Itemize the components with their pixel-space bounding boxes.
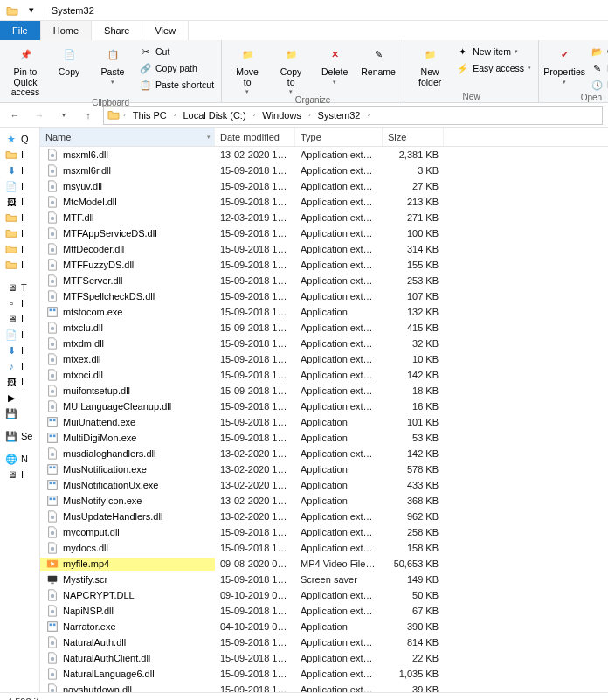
pin-to-quick-access-button[interactable]: 📌 Pin to Quick access xyxy=(5,42,45,98)
paste-shortcut-button[interactable]: 📋Paste shortcut xyxy=(136,77,216,93)
chevron-right-icon[interactable]: › xyxy=(172,111,178,119)
file-row[interactable]: mtxdm.dll15-09-2018 12:58 ...Application… xyxy=(40,336,608,351)
forward-button[interactable]: → xyxy=(30,106,49,125)
sidebar-item[interactable]: ⬇I xyxy=(0,343,39,358)
breadcrumb-seg[interactable]: Local Disk (C:) xyxy=(179,110,249,121)
paste-button[interactable]: 📋 Paste▾ xyxy=(93,42,133,85)
back-button[interactable]: ← xyxy=(5,106,24,125)
sidebar-item[interactable]: ▫I xyxy=(0,295,39,311)
file-row[interactable]: muifontsetup.dll15-09-2018 12:58 ...Appl… xyxy=(40,383,608,399)
file-row[interactable]: MusNotificationUx.exe13-02-2020 10:28 ..… xyxy=(40,477,608,493)
sidebar-item[interactable]: 🖥I xyxy=(0,311,39,327)
file-row[interactable]: Narrator.exe04-10-2019 09:29 ...Applicat… xyxy=(40,619,608,634)
sidebar-item[interactable]: ♪I xyxy=(0,358,39,374)
new-folder-button[interactable]: 📁New folder xyxy=(410,42,450,87)
file-row[interactable]: mycomput.dll15-09-2018 12:59 ...Applicat… xyxy=(40,524,608,540)
tab-view[interactable]: View xyxy=(142,21,189,40)
column-header-size[interactable]: Size xyxy=(383,128,444,146)
chevron-right-icon[interactable]: › xyxy=(121,111,128,119)
file-row[interactable]: MusNotification.exe13-02-2020 10:28 ...A… xyxy=(40,461,608,477)
file-row[interactable]: MtcModel.dll15-09-2018 12:58 ...Applicat… xyxy=(40,194,608,210)
file-row[interactable]: mtstocom.exe15-09-2018 12:58 ...Applicat… xyxy=(40,304,608,320)
file-row[interactable]: NaturalAuthClient.dll15-09-2018 12:58 ..… xyxy=(40,650,608,666)
column-header-name[interactable]: Name▾ xyxy=(40,128,215,146)
svg-rect-12 xyxy=(52,309,55,312)
copy-button[interactable]: 📄 Copy xyxy=(49,42,89,78)
sidebar-item[interactable]: ⬇I xyxy=(0,163,39,178)
sidebar-item[interactable]: 📄I xyxy=(0,327,39,343)
delete-button[interactable]: ✕Delete▾ xyxy=(314,42,355,85)
edit-button[interactable]: ✎Edit xyxy=(588,60,608,76)
file-row[interactable]: MtfDecoder.dll15-09-2018 12:58 ...Applic… xyxy=(40,241,608,257)
file-row[interactable]: MTFFuzzyDS.dll15-09-2018 12:58 ...Applic… xyxy=(40,257,608,273)
breadcrumb-seg[interactable]: This PC xyxy=(129,110,170,121)
chevron-right-icon[interactable]: › xyxy=(252,111,258,119)
sidebar-item[interactable]: ▶ xyxy=(0,390,39,405)
file-row[interactable]: MusNotifyIcon.exe13-02-2020 10:28 ...App… xyxy=(40,493,608,509)
sidebar-item[interactable]: 🌐N xyxy=(0,451,39,467)
file-row[interactable]: mtxclu.dll15-09-2018 12:58 ...Applicatio… xyxy=(40,320,608,336)
file-row[interactable]: msxml6r.dll15-09-2018 12:58 ...Applicati… xyxy=(40,163,608,178)
up-button[interactable]: ↑ xyxy=(79,106,98,125)
file-row[interactable]: msxml6.dll13-02-2020 10:28 ...Applicatio… xyxy=(40,147,608,163)
file-rows[interactable]: msxml6.dll13-02-2020 10:28 ...Applicatio… xyxy=(40,147,608,692)
file-row[interactable]: mtxoci.dll15-09-2018 12:59 ...Applicatio… xyxy=(40,367,608,383)
file-row[interactable]: NaturalLanguage6.dll15-09-2018 12:58 ...… xyxy=(40,666,608,682)
file-row[interactable]: NapiNSP.dll15-09-2018 12:58 ...Applicati… xyxy=(40,603,608,619)
tab-share[interactable]: Share xyxy=(92,21,142,40)
file-row[interactable]: navshutdown.dll15-09-2018 12:58 ...Appli… xyxy=(40,682,608,692)
sidebar-item[interactable]: 🖥I xyxy=(0,467,39,482)
rename-button[interactable]: ✎Rename xyxy=(358,42,398,78)
file-row[interactable]: MTFServer.dll15-09-2018 12:58 ...Applica… xyxy=(40,273,608,288)
column-header-type[interactable]: Type xyxy=(295,128,383,146)
sidebar-item[interactable]: 🖼I xyxy=(0,374,39,390)
properties-button[interactable]: ✔Properties▾ xyxy=(544,42,584,85)
sidebar-item[interactable]: 💾Se xyxy=(0,428,39,444)
sidebar-item[interactable]: I xyxy=(0,225,39,241)
sidebar-item[interactable]: I xyxy=(0,257,39,273)
open-button[interactable]: 📂Open ▾ xyxy=(588,44,608,59)
file-row[interactable]: MTFSpellcheckDS.dll15-09-2018 12:58 ...A… xyxy=(40,288,608,304)
sidebar-item[interactable]: 📄I xyxy=(0,178,39,194)
sidebar-item[interactable]: I xyxy=(0,210,39,225)
file-row[interactable]: NaturalAuth.dll15-09-2018 12:58 ...Appli… xyxy=(40,634,608,650)
file-row[interactable]: MusUpdateHandlers.dll13-02-2020 10:28 ..… xyxy=(40,509,608,524)
qat-icon[interactable]: ▾ xyxy=(24,3,38,17)
file-row[interactable]: Mystify.scr15-09-2018 12:59 ...Screen sa… xyxy=(40,572,608,587)
new-item-button[interactable]: ✦New item ▾ xyxy=(453,44,533,59)
file-row[interactable]: musdialoghandlers.dll13-02-2020 10:28 ..… xyxy=(40,446,608,461)
file-row[interactable]: mtxex.dll15-09-2018 12:58 ...Application… xyxy=(40,351,608,367)
sidebar-item[interactable]: ★Q xyxy=(0,131,39,147)
easy-access-button[interactable]: ⚡Easy access ▾ xyxy=(453,60,533,76)
file-row[interactable]: MUILanguageCleanup.dll15-09-2018 12:58 .… xyxy=(40,399,608,414)
column-header-date[interactable]: Date modified xyxy=(215,128,295,146)
file-row[interactable]: MTFAppServiceDS.dll15-09-2018 12:58 ...A… xyxy=(40,225,608,241)
move-to-button[interactable]: 📁Move to▾ xyxy=(227,42,267,95)
recent-button[interactable]: ▾ xyxy=(54,106,73,125)
breadcrumb-seg[interactable]: Windows xyxy=(259,110,305,121)
copy-path-button[interactable]: 🔗Copy path xyxy=(136,60,216,76)
sidebar-item[interactable]: 🖼I xyxy=(0,194,39,210)
file-row[interactable]: NAPCRYPT.DLL09-10-2019 06:37 ...Applicat… xyxy=(40,587,608,603)
file-row[interactable]: myfile.mp409-08-2020 05:04 ...MP4 Video … xyxy=(40,556,608,572)
copy-to-button[interactable]: 📁Copy to▾ xyxy=(271,42,311,95)
chevron-right-icon[interactable]: › xyxy=(365,111,371,119)
sidebar-item[interactable]: 🖥T xyxy=(0,280,39,295)
file-row[interactable]: MuiUnattend.exe15-09-2018 12:58 ...Appli… xyxy=(40,414,608,430)
chevron-right-icon[interactable]: › xyxy=(307,111,313,119)
history-button[interactable]: 🕓History xyxy=(588,77,608,93)
navigation-pane[interactable]: ★QI⬇I📄I🖼IIIII🖥T▫I🖥I📄I⬇I♪I🖼I▶💾💾Se🌐N🖥I xyxy=(0,128,40,692)
file-row[interactable]: MultiDigiMon.exe15-09-2018 12:58 ...Appl… xyxy=(40,430,608,446)
chevron-down-icon[interactable]: ▾ xyxy=(207,134,211,141)
breadcrumb[interactable]: › This PC › Local Disk (C:) › Windows › … xyxy=(103,106,603,125)
breadcrumb-seg[interactable]: System32 xyxy=(314,110,364,121)
tab-home[interactable]: Home xyxy=(41,21,92,40)
file-row[interactable]: MTF.dll12-03-2019 12:01 ...Application e… xyxy=(40,210,608,225)
sidebar-item[interactable]: I xyxy=(0,241,39,257)
file-row[interactable]: msyuv.dll15-09-2018 12:58 ...Application… xyxy=(40,178,608,194)
sidebar-item[interactable]: I xyxy=(0,147,39,163)
file-row[interactable]: mydocs.dll15-09-2018 13:04 ...Applicatio… xyxy=(40,540,608,556)
cut-button[interactable]: ✂Cut xyxy=(136,44,216,59)
sidebar-item[interactable]: 💾 xyxy=(0,405,39,421)
tab-file[interactable]: File xyxy=(0,21,41,40)
